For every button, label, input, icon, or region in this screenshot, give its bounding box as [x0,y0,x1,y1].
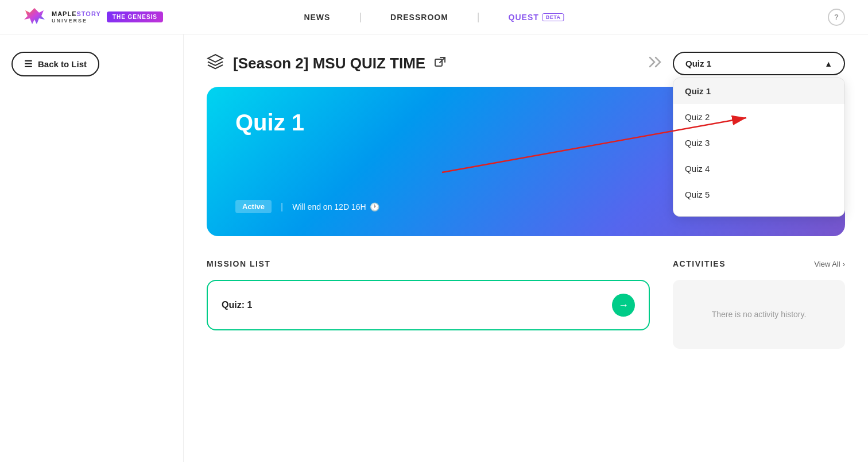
quiz-dropdown-selected: Quiz 1 [685,59,711,68]
genesis-badge: THE GENESIS [107,11,163,22]
header: MAPLESTORY UNIVERSE THE GENESIS NEWS | D… [0,0,868,34]
title-row: [Season 2] MSU QUIZ TIME [207,52,845,75]
mission-label: Quiz: 1 [222,300,252,310]
mission-arrow-button[interactable]: → [612,294,635,317]
skip-forward-button[interactable] [649,56,665,71]
quiz-dropdown-wrapper: Quiz 1 ▲ Quiz 1 Quiz 2 Quiz 3 Quiz 4 Qui… [673,52,845,75]
activities-section-title: ACTIVITIES [673,259,726,268]
dropdown-item-quiz4[interactable]: Quiz 4 [673,156,844,182]
title-left: [Season 2] MSU QUIZ TIME [207,53,446,74]
nav-news[interactable]: NEWS [304,13,330,22]
back-to-list-button[interactable]: ☰ Back to List [11,52,99,76]
dropdown-item-quiz6[interactable]: Quiz 6 [673,207,844,216]
clock-icon: 🕐 [370,202,379,211]
dropdown-item-quiz2[interactable]: Quiz 2 [673,104,844,130]
arrow-right-icon: → [618,299,629,311]
beta-badge: BETA [542,13,564,21]
nav-dressroom[interactable]: DRESSROOM [390,13,448,22]
activities-empty-state: There is no activity history. [673,280,845,349]
dropdown-scroll-area[interactable]: Quiz 1 Quiz 2 Quiz 3 Quiz 4 Quiz 5 Quiz … [673,78,844,216]
chevron-up-icon: ▲ [824,59,832,68]
back-to-list-label: Back to List [38,59,87,69]
no-activity-text: There is no activity history. [712,310,807,319]
stack-icon [207,53,224,74]
mission-section-header: MISSION LIST [207,259,650,268]
external-link-icon[interactable] [435,56,446,71]
nav-quest[interactable]: QUEST BETA [509,13,564,22]
sidebar: ☰ Back to List [0,34,184,462]
view-all-label: View All [814,260,840,268]
status-divider: | [281,202,283,212]
view-all-button[interactable]: View All › [814,260,845,268]
quiz-dropdown-menu: Quiz 1 Quiz 2 Quiz 3 Quiz 4 Quiz 5 Quiz … [673,78,845,217]
bottom-section: MISSION LIST Quiz: 1 → ACTIVITIES View A… [207,259,845,349]
list-icon: ☰ [24,59,32,70]
nav-divider-2: | [477,11,480,23]
page-layout: ☰ Back to List [Season 2] MSU QUIZ TIME [0,34,868,462]
logo-icon [23,6,46,29]
title-right: Quiz 1 ▲ Quiz 1 Quiz 2 Quiz 3 Quiz 4 Qui… [649,52,845,75]
mission-card: Quiz: 1 → [207,280,650,330]
active-status-badge: Active [235,200,272,213]
main-content: [Season 2] MSU QUIZ TIME [184,34,868,462]
logo-text: MAPLESTORY UNIVERSE [52,10,101,23]
page-title: [Season 2] MSU QUIZ TIME [233,55,425,72]
nav-divider-1: | [359,11,362,23]
dropdown-item-quiz5[interactable]: Quiz 5 [673,182,844,207]
help-button[interactable]: ? [828,9,845,26]
svg-marker-0 [24,8,45,24]
main-nav: NEWS | DRESSROOM | QUEST BETA [304,11,564,23]
logo: MAPLESTORY UNIVERSE THE GENESIS [23,6,163,29]
hero-end-time: Will end on 12D 16H 🕐 [292,202,379,211]
dropdown-item-quiz3[interactable]: Quiz 3 [673,130,844,156]
mission-section-title: MISSION LIST [207,259,270,268]
quiz-dropdown-trigger[interactable]: Quiz 1 ▲ [673,52,845,75]
svg-rect-1 [435,59,442,66]
header-right: ? [828,9,845,26]
mission-section: MISSION LIST Quiz: 1 → [207,259,650,349]
dropdown-item-quiz1[interactable]: Quiz 1 [673,78,844,104]
activities-section: ACTIVITIES View All › There is no activi… [673,259,845,349]
activities-section-header: ACTIVITIES View All › [673,259,845,268]
chevron-right-icon: › [843,260,845,268]
